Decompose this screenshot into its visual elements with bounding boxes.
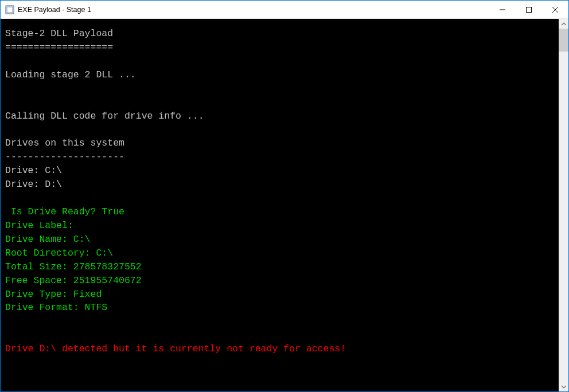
console-output[interactable]: Stage-2 DLL Payload =================== …	[1, 19, 559, 391]
scrollbar-track[interactable]	[559, 29, 568, 382]
console-line: Root Directory: C:\	[5, 248, 113, 258]
console-line: Drive: C:\	[5, 165, 62, 176]
application-window: EXE Payload - Stage 1 Stage-2 DLL Payloa…	[0, 0, 569, 392]
console-container: Stage-2 DLL Payload =================== …	[1, 19, 568, 391]
window-controls	[489, 1, 568, 18]
svg-rect-3	[527, 7, 532, 12]
scroll-down-arrow-icon[interactable]	[559, 382, 568, 391]
console-line: Drive Label:	[5, 220, 73, 231]
app-icon	[5, 5, 14, 14]
console-line: Drive: D:\	[5, 179, 62, 190]
console-line: Drive Name: C:\	[5, 234, 91, 245]
console-line: Drive Format: NTFS	[5, 302, 107, 313]
close-button[interactable]	[542, 1, 568, 18]
maximize-button[interactable]	[516, 1, 542, 18]
console-line: Loading stage 2 DLL ...	[5, 69, 136, 80]
console-line: ---------------------	[5, 151, 124, 162]
console-line: Total Size: 278578327552	[5, 261, 142, 272]
scroll-up-arrow-icon[interactable]	[559, 19, 568, 29]
console-warning: Drive D:\ detected but it is currently n…	[5, 343, 346, 354]
window-title: EXE Payload - Stage 1	[18, 6, 489, 14]
svg-rect-1	[7, 7, 13, 13]
vertical-scrollbar[interactable]	[559, 19, 568, 391]
console-line: ===================	[5, 42, 113, 53]
console-line: Drive Type: Fixed	[5, 289, 102, 300]
console-line: Free Space: 251955740672	[5, 275, 142, 286]
titlebar[interactable]: EXE Payload - Stage 1	[1, 1, 568, 19]
minimize-button[interactable]	[489, 1, 516, 18]
console-line: Drives on this system	[5, 138, 124, 148]
console-line: Calling DLL code for drive info ...	[5, 111, 204, 121]
console-line: Is Drive Ready? True	[5, 206, 124, 217]
scrollbar-thumb[interactable]	[559, 29, 568, 52]
console-line: Stage-2 DLL Payload	[5, 28, 113, 39]
